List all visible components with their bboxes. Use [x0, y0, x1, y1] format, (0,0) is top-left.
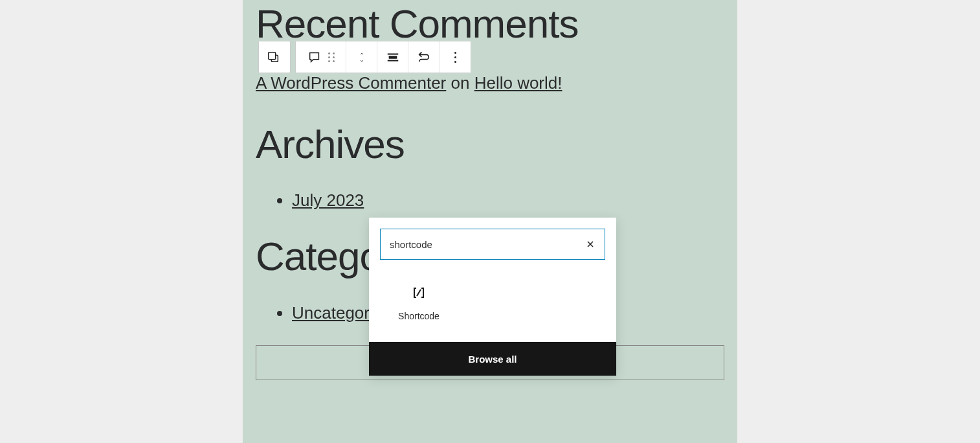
search-results: Shortcode [369, 271, 616, 342]
list-item: July 2023 [292, 190, 724, 210]
transform-button[interactable] [408, 41, 440, 73]
align-icon [386, 50, 400, 64]
loop-arrow-icon [417, 50, 431, 64]
svg-rect-4 [388, 56, 397, 59]
block-inserter-popover: Shortcode Browse all [369, 218, 616, 376]
block-toolbar [258, 41, 471, 73]
svg-line-8 [417, 290, 421, 296]
block-option-label: Shortcode [398, 311, 440, 321]
comment-on-text: on [446, 73, 474, 93]
search-wrap [369, 218, 616, 271]
toolbar-group-main [295, 41, 471, 73]
block-type-button[interactable] [296, 41, 346, 73]
comment-post-link[interactable]: Hello world! [474, 73, 562, 93]
more-options-button[interactable] [440, 41, 471, 73]
block-search-input[interactable] [390, 239, 579, 250]
latest-comment: A WordPress Commenter on Hello world! [256, 70, 724, 97]
browse-all-button[interactable]: Browse all [369, 342, 616, 376]
clear-search-icon[interactable] [585, 239, 596, 249]
kebab-icon [454, 52, 456, 63]
archive-link[interactable]: July 2023 [292, 190, 364, 210]
toolbar-group-parent [258, 41, 291, 73]
block-option-shortcode[interactable]: Shortcode [380, 278, 458, 328]
svg-rect-3 [387, 54, 398, 55]
drag-handle-icon [328, 52, 335, 62]
comment-author-link[interactable]: A WordPress Commenter [256, 73, 446, 93]
search-field [380, 229, 605, 260]
archives-list: July 2023 [256, 190, 724, 210]
svg-rect-5 [387, 60, 398, 62]
chevron-up-icon [357, 51, 366, 56]
move-buttons[interactable] [346, 41, 377, 73]
editor-canvas: Recent Comments A WordPress Commenter on… [243, 0, 737, 443]
heading-archives[interactable]: Archives [256, 120, 724, 168]
comments-icon [307, 50, 322, 64]
select-parent-button[interactable] [259, 41, 287, 73]
group-icon [266, 50, 280, 64]
svg-rect-2 [269, 52, 276, 60]
shortcode-icon [411, 285, 427, 301]
chevron-down-icon [357, 58, 366, 63]
align-button[interactable] [377, 41, 408, 73]
